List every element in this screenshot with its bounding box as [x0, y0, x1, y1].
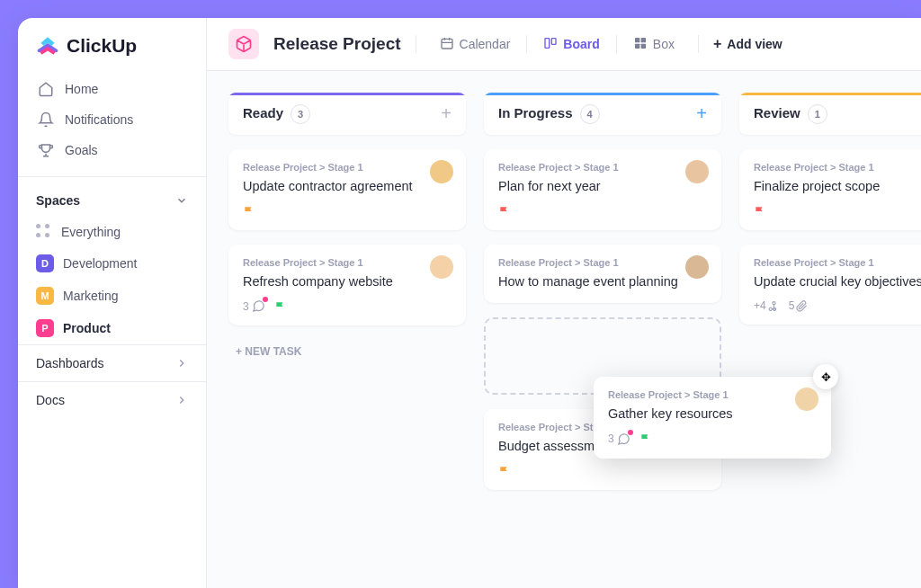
logo[interactable]: ClickUp: [18, 18, 206, 70]
avatar[interactable]: [685, 255, 709, 279]
chevron-down-icon: [175, 194, 188, 207]
calendar-icon: [440, 36, 454, 53]
separator: [698, 35, 699, 53]
column-count: 4: [580, 104, 600, 124]
sidebar-item-everything[interactable]: Everything: [18, 217, 206, 247]
separator: [616, 35, 617, 53]
column-header[interactable]: Review1 +: [739, 93, 921, 135]
breadcrumb: Release Project > Stage 1: [498, 257, 707, 268]
column-name: Ready: [243, 105, 283, 120]
nav-label: Goals: [65, 143, 98, 157]
breadcrumb: Release Project > Stage 1: [243, 257, 452, 268]
spaces-header[interactable]: Spaces: [18, 184, 206, 217]
nav-label: Home: [65, 82, 98, 96]
card-meta: [498, 465, 707, 477]
task-card[interactable]: Release Project > Stage 1 Finalize proje…: [739, 149, 921, 230]
plus-icon: +: [713, 36, 721, 52]
breadcrumb: Release Project > Stage 1: [498, 162, 707, 173]
cube-icon: [235, 35, 253, 53]
everything-label: Everything: [61, 225, 121, 239]
space-label: Product: [63, 321, 111, 335]
dragging-task-card[interactable]: ✥ Release Project > Stage 1 Gather key r…: [594, 377, 831, 459]
spaces-list: D Development M Marketing P Product: [18, 247, 206, 344]
board: Ready3 + Release Project > Stage 1 Updat…: [207, 71, 921, 512]
breadcrumb: Release Project > Stage 1: [754, 257, 921, 268]
avatar[interactable]: [430, 160, 453, 183]
chevron-right-icon: [175, 357, 188, 370]
card-meta: 3: [243, 299, 452, 313]
column-ready: Ready3 + Release Project > Stage 1 Updat…: [228, 93, 466, 490]
view-box[interactable]: Box: [624, 31, 684, 58]
space-badge: M: [36, 287, 54, 305]
flag-icon: [274, 300, 287, 313]
task-title: Update crucial key objectives: [754, 273, 921, 291]
collapsible-label: Docs: [36, 393, 65, 407]
sidebar-item-dashboards[interactable]: Dashboards: [18, 344, 206, 381]
task-title: Finalize project scope: [754, 178, 921, 196]
subtask-count: +4: [754, 299, 780, 312]
add-view-label: Add view: [727, 37, 782, 51]
sidebar-item-docs[interactable]: Docs: [18, 381, 206, 418]
nav-label: Notifications: [65, 112, 133, 127]
new-task-button[interactable]: + NEW TASK: [228, 340, 466, 363]
task-card[interactable]: Release Project > Stage 1 Refresh compan…: [228, 245, 466, 326]
flag-icon: [754, 205, 766, 218]
add-task-icon[interactable]: +: [441, 103, 452, 124]
svg-rect-5: [635, 43, 639, 48]
add-task-icon[interactable]: +: [696, 103, 707, 124]
home-icon: [38, 81, 54, 97]
avatar[interactable]: [685, 160, 709, 183]
sidebar: ClickUp Home Notifications Goals Spaces …: [18, 18, 207, 588]
comment-count: 3: [608, 432, 630, 446]
views-list: Calendar Board Box: [431, 31, 684, 58]
svg-rect-1: [545, 38, 550, 48]
svg-rect-0: [442, 39, 452, 49]
column-name: Review: [754, 105, 800, 120]
task-title: Plan for next year: [498, 178, 707, 196]
column-count: 3: [291, 104, 310, 124]
bell-icon: [38, 111, 54, 128]
view-calendar[interactable]: Calendar: [431, 31, 520, 58]
flag-icon: [498, 465, 511, 477]
task-card[interactable]: Release Project > Stage 1 Update contrac…: [228, 149, 466, 230]
nav-item-notifications[interactable]: Notifications: [29, 104, 195, 135]
task-title: Update contractor agreement: [243, 178, 452, 196]
avatar[interactable]: [430, 255, 453, 279]
svg-point-7: [773, 301, 775, 304]
view-board[interactable]: Board: [534, 31, 608, 58]
svg-rect-6: [640, 43, 645, 48]
svg-rect-2: [552, 38, 557, 44]
task-card[interactable]: Release Project > Stage 1 How to manage …: [484, 245, 721, 304]
breadcrumb: Release Project > Stage 1: [608, 389, 817, 400]
column-header[interactable]: In Progress4 +: [484, 93, 721, 135]
nav-item-goals[interactable]: Goals: [29, 135, 195, 165]
trophy-icon: [38, 142, 54, 158]
task-card[interactable]: Release Project > Stage 1 Plan for next …: [484, 149, 721, 230]
card-meta: [498, 205, 707, 218]
card-meta: [754, 205, 921, 218]
grid-icon: [36, 224, 52, 240]
avatar[interactable]: [795, 388, 818, 411]
view-label: Calendar: [460, 37, 511, 51]
divider: [18, 176, 206, 177]
collapsible-label: Dashboards: [36, 356, 104, 370]
task-card[interactable]: Release Project > Stage 1 Update crucial…: [739, 245, 921, 325]
app-window: ClickUp Home Notifications Goals Spaces …: [18, 18, 921, 588]
add-view-button[interactable]: + Add view: [713, 36, 782, 52]
column-count: 1: [808, 104, 827, 124]
column-header[interactable]: Ready3 +: [228, 93, 466, 135]
nav-item-home[interactable]: Home: [29, 74, 195, 104]
task-title: Gather key resources: [608, 405, 817, 423]
project-title: Release Project: [273, 34, 401, 54]
project-icon[interactable]: [228, 29, 259, 59]
sidebar-item-marketing[interactable]: M Marketing: [18, 280, 206, 312]
space-badge: P: [36, 319, 54, 337]
breadcrumb: Release Project > Stage 1: [243, 162, 452, 173]
breadcrumb: Release Project > Stage 1: [754, 162, 921, 173]
card-meta: +45: [754, 299, 921, 312]
sidebar-item-product[interactable]: P Product: [18, 312, 206, 344]
flag-icon: [243, 205, 255, 218]
header: Release Project Calendar Board Box + Add…: [207, 18, 921, 71]
svg-rect-4: [640, 38, 645, 42]
sidebar-item-development[interactable]: D Development: [18, 247, 206, 280]
